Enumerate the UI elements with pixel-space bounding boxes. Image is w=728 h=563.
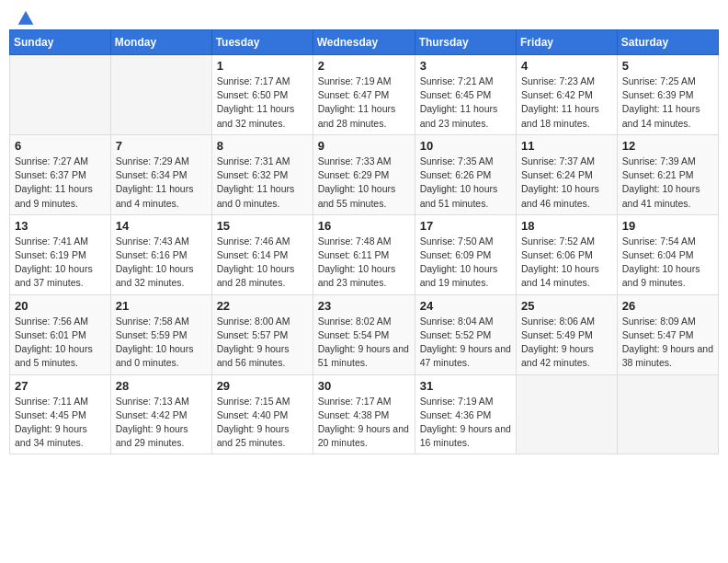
calendar-cell: 17Sunrise: 7:50 AM Sunset: 6:09 PM Dayli… (415, 214, 516, 294)
calendar-cell (517, 374, 618, 454)
calendar-cell: 19Sunrise: 7:54 AM Sunset: 6:04 PM Dayli… (617, 214, 718, 294)
day-number: 13 (15, 219, 106, 233)
calendar-week-row: 20Sunrise: 7:56 AM Sunset: 6:01 PM Dayli… (10, 294, 719, 374)
day-detail: Sunrise: 7:27 AM Sunset: 6:37 PM Dayligh… (15, 155, 106, 211)
day-number: 10 (420, 139, 511, 153)
day-number: 4 (521, 59, 612, 73)
day-number: 24 (420, 299, 511, 313)
calendar-table: SundayMondayTuesdayWednesdayThursdayFrid… (9, 29, 719, 454)
day-detail: Sunrise: 7:19 AM Sunset: 6:47 PM Dayligh… (318, 75, 410, 131)
day-number: 20 (15, 299, 106, 313)
day-number: 21 (116, 299, 207, 313)
day-detail: Sunrise: 7:17 AM Sunset: 6:50 PM Dayligh… (217, 75, 308, 131)
day-detail: Sunrise: 7:58 AM Sunset: 5:59 PM Dayligh… (116, 315, 207, 371)
calendar-cell (10, 55, 111, 135)
calendar-header-row: SundayMondayTuesdayWednesdayThursdayFrid… (10, 30, 719, 55)
calendar-cell: 6Sunrise: 7:27 AM Sunset: 6:37 PM Daylig… (10, 134, 111, 214)
day-number: 14 (116, 219, 207, 233)
day-detail: Sunrise: 7:25 AM Sunset: 6:39 PM Dayligh… (622, 75, 713, 131)
day-header-tuesday: Tuesday (211, 30, 313, 55)
day-detail: Sunrise: 7:41 AM Sunset: 6:19 PM Dayligh… (15, 235, 106, 291)
calendar-cell: 27Sunrise: 7:11 AM Sunset: 4:45 PM Dayli… (10, 374, 111, 454)
day-number: 27 (15, 379, 106, 393)
day-detail: Sunrise: 7:29 AM Sunset: 6:34 PM Dayligh… (116, 155, 207, 211)
calendar-cell: 1Sunrise: 7:17 AM Sunset: 6:50 PM Daylig… (211, 55, 313, 135)
calendar-cell: 14Sunrise: 7:43 AM Sunset: 6:16 PM Dayli… (110, 214, 211, 294)
calendar-cell: 18Sunrise: 7:52 AM Sunset: 6:06 PM Dayli… (517, 214, 618, 294)
day-number: 28 (116, 379, 207, 393)
calendar-cell: 15Sunrise: 7:46 AM Sunset: 6:14 PM Dayli… (211, 214, 313, 294)
day-number: 25 (521, 299, 612, 313)
calendar-cell: 24Sunrise: 8:04 AM Sunset: 5:52 PM Dayli… (415, 294, 516, 374)
day-number: 26 (622, 299, 713, 313)
day-number: 16 (318, 219, 410, 233)
day-detail: Sunrise: 7:43 AM Sunset: 6:16 PM Dayligh… (116, 235, 207, 291)
calendar-cell: 30Sunrise: 7:17 AM Sunset: 4:38 PM Dayli… (313, 374, 415, 454)
calendar-cell: 21Sunrise: 7:58 AM Sunset: 5:59 PM Dayli… (110, 294, 211, 374)
calendar-week-row: 27Sunrise: 7:11 AM Sunset: 4:45 PM Dayli… (10, 374, 719, 454)
calendar-cell: 20Sunrise: 7:56 AM Sunset: 6:01 PM Dayli… (10, 294, 111, 374)
calendar-week-row: 13Sunrise: 7:41 AM Sunset: 6:19 PM Dayli… (10, 214, 719, 294)
calendar-cell: 5Sunrise: 7:25 AM Sunset: 6:39 PM Daylig… (617, 55, 718, 135)
calendar-cell: 29Sunrise: 7:15 AM Sunset: 4:40 PM Dayli… (211, 374, 313, 454)
day-number: 8 (217, 139, 308, 153)
day-detail: Sunrise: 7:54 AM Sunset: 6:04 PM Dayligh… (622, 235, 713, 291)
day-detail: Sunrise: 7:11 AM Sunset: 4:45 PM Dayligh… (15, 395, 106, 451)
day-number: 30 (318, 379, 410, 393)
day-detail: Sunrise: 7:33 AM Sunset: 6:29 PM Dayligh… (318, 155, 410, 211)
day-number: 5 (622, 59, 713, 73)
calendar-cell: 16Sunrise: 7:48 AM Sunset: 6:11 PM Dayli… (313, 214, 415, 294)
day-detail: Sunrise: 7:46 AM Sunset: 6:14 PM Dayligh… (217, 235, 308, 291)
day-header-saturday: Saturday (617, 30, 718, 55)
svg-marker-0 (18, 11, 34, 25)
day-header-thursday: Thursday (415, 30, 516, 55)
day-number: 19 (622, 219, 713, 233)
day-number: 9 (318, 139, 410, 153)
day-header-sunday: Sunday (10, 30, 111, 55)
calendar-cell: 8Sunrise: 7:31 AM Sunset: 6:32 PM Daylig… (211, 134, 313, 214)
page-header (9, 9, 719, 24)
day-number: 15 (217, 219, 308, 233)
day-detail: Sunrise: 7:35 AM Sunset: 6:26 PM Dayligh… (420, 155, 511, 211)
day-number: 17 (420, 219, 511, 233)
day-detail: Sunrise: 7:37 AM Sunset: 6:24 PM Dayligh… (521, 155, 612, 211)
day-number: 2 (318, 59, 410, 73)
day-detail: Sunrise: 8:04 AM Sunset: 5:52 PM Dayligh… (420, 315, 511, 371)
day-number: 7 (116, 139, 207, 153)
calendar-cell: 2Sunrise: 7:19 AM Sunset: 6:47 PM Daylig… (313, 55, 415, 135)
day-number: 6 (15, 139, 106, 153)
day-detail: Sunrise: 7:13 AM Sunset: 4:42 PM Dayligh… (116, 395, 207, 451)
day-number: 23 (318, 299, 410, 313)
day-detail: Sunrise: 7:52 AM Sunset: 6:06 PM Dayligh… (521, 235, 612, 291)
day-detail: Sunrise: 7:17 AM Sunset: 4:38 PM Dayligh… (318, 395, 410, 451)
day-number: 11 (521, 139, 612, 153)
day-detail: Sunrise: 7:15 AM Sunset: 4:40 PM Dayligh… (217, 395, 308, 451)
day-number: 31 (420, 379, 511, 393)
calendar-cell: 4Sunrise: 7:23 AM Sunset: 6:42 PM Daylig… (517, 55, 618, 135)
day-detail: Sunrise: 7:19 AM Sunset: 4:36 PM Dayligh… (420, 395, 511, 451)
day-detail: Sunrise: 7:39 AM Sunset: 6:21 PM Dayligh… (622, 155, 713, 211)
day-detail: Sunrise: 7:56 AM Sunset: 6:01 PM Dayligh… (15, 315, 106, 371)
calendar-cell: 10Sunrise: 7:35 AM Sunset: 6:26 PM Dayli… (415, 134, 516, 214)
day-header-friday: Friday (517, 30, 618, 55)
logo-icon (17, 9, 35, 28)
calendar-cell: 28Sunrise: 7:13 AM Sunset: 4:42 PM Dayli… (110, 374, 211, 454)
day-number: 18 (521, 219, 612, 233)
day-detail: Sunrise: 8:02 AM Sunset: 5:54 PM Dayligh… (318, 315, 410, 371)
calendar-cell: 25Sunrise: 8:06 AM Sunset: 5:49 PM Dayli… (517, 294, 618, 374)
day-number: 12 (622, 139, 713, 153)
calendar-cell: 31Sunrise: 7:19 AM Sunset: 4:36 PM Dayli… (415, 374, 516, 454)
calendar-cell: 23Sunrise: 8:02 AM Sunset: 5:54 PM Dayli… (313, 294, 415, 374)
day-number: 1 (217, 59, 308, 73)
calendar-cell: 26Sunrise: 8:09 AM Sunset: 5:47 PM Dayli… (617, 294, 718, 374)
day-number: 22 (217, 299, 308, 313)
calendar-cell: 12Sunrise: 7:39 AM Sunset: 6:21 PM Dayli… (617, 134, 718, 214)
day-detail: Sunrise: 8:00 AM Sunset: 5:57 PM Dayligh… (217, 315, 308, 371)
calendar-cell (110, 55, 211, 135)
day-header-monday: Monday (110, 30, 211, 55)
day-detail: Sunrise: 7:48 AM Sunset: 6:11 PM Dayligh… (318, 235, 410, 291)
day-detail: Sunrise: 7:21 AM Sunset: 6:45 PM Dayligh… (420, 75, 511, 131)
day-detail: Sunrise: 8:09 AM Sunset: 5:47 PM Dayligh… (622, 315, 713, 371)
calendar-cell: 7Sunrise: 7:29 AM Sunset: 6:34 PM Daylig… (110, 134, 211, 214)
day-detail: Sunrise: 7:50 AM Sunset: 6:09 PM Dayligh… (420, 235, 511, 291)
